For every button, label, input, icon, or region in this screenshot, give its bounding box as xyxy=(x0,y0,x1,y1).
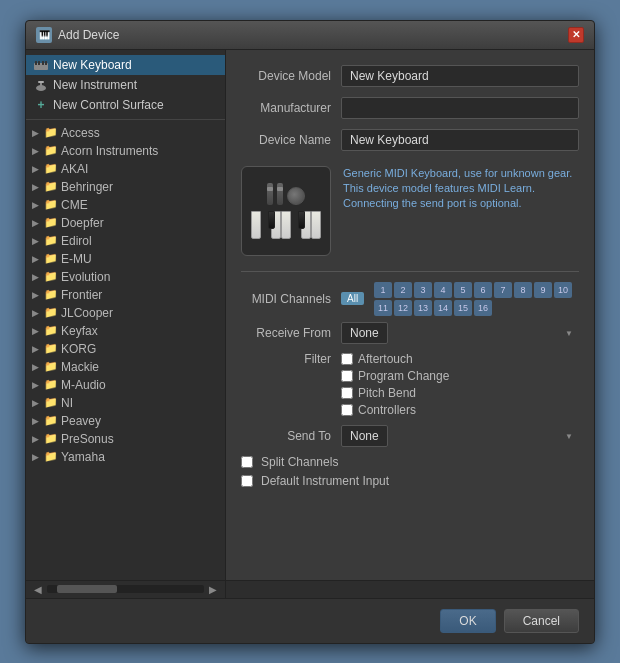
tree-item-mackie[interactable]: ▶ 📁 Mackie xyxy=(26,358,225,376)
tree-item-ni[interactable]: ▶ 📁 NI xyxy=(26,394,225,412)
midi-channels-section: MIDI Channels All 1 2 3 4 5 6 7 8 9 10 1… xyxy=(241,271,579,488)
manufacturer-row: Manufacturer xyxy=(241,97,579,119)
ch-btn-7[interactable]: 7 xyxy=(494,282,512,298)
ch-btn-14[interactable]: 14 xyxy=(434,300,452,316)
white-key xyxy=(311,211,321,239)
slider-1 xyxy=(267,183,273,205)
ch-btn-13[interactable]: 13 xyxy=(414,300,432,316)
tree-item-peavey[interactable]: ▶ 📁 Peavey xyxy=(26,412,225,430)
ch-btn-6[interactable]: 6 xyxy=(474,282,492,298)
folder-icon: 📁 xyxy=(44,396,58,409)
scroll-left-arrow[interactable]: ◀ xyxy=(31,584,45,595)
tree-item-label: Keyfax xyxy=(61,324,98,338)
dialog-footer: OK Cancel xyxy=(26,598,594,643)
folder-icon: 📁 xyxy=(44,378,58,391)
ch-btn-3[interactable]: 3 xyxy=(414,282,432,298)
tree-item-behringer[interactable]: ▶ 📁 Behringer xyxy=(26,178,225,196)
folder-icon: 📁 xyxy=(44,306,58,319)
new-control-surface-item[interactable]: + New Control Surface xyxy=(26,95,225,115)
device-preview-area: Generic MIDI Keyboard, use for unknown g… xyxy=(241,166,579,256)
ch-btn-9[interactable]: 9 xyxy=(534,282,552,298)
tree-item-label: Peavey xyxy=(61,414,101,428)
expand-arrow: ▶ xyxy=(32,146,39,156)
default-instrument-label: Default Instrument Input xyxy=(261,474,389,488)
ch-btn-16[interactable]: 16 xyxy=(474,300,492,316)
close-button[interactable]: ✕ xyxy=(568,27,584,43)
tree-item-maudio[interactable]: ▶ 📁 M-Audio xyxy=(26,376,225,394)
scroll-right-arrow[interactable]: ▶ xyxy=(206,584,220,595)
new-keyboard-item[interactable]: New Keyboard xyxy=(26,55,225,75)
ch-btn-8[interactable]: 8 xyxy=(514,282,532,298)
device-name-input[interactable] xyxy=(341,129,579,151)
manufacturer-label: Manufacturer xyxy=(241,101,331,115)
ch-btn-10[interactable]: 10 xyxy=(554,282,572,298)
tree-item-akai[interactable]: ▶ 📁 AKAI xyxy=(26,160,225,178)
ch-btn-11[interactable]: 11 xyxy=(374,300,392,316)
tree-item-label: JLCooper xyxy=(61,306,113,320)
tree-item-evolution[interactable]: ▶ 📁 Evolution xyxy=(26,268,225,286)
svg-rect-1 xyxy=(35,61,37,65)
device-model-row: Device Model xyxy=(241,65,579,87)
tree-item-label: Yamaha xyxy=(61,450,105,464)
tree-item-label: KORG xyxy=(61,342,96,356)
manufacturer-input[interactable] xyxy=(341,97,579,119)
ch-btn-1[interactable]: 1 xyxy=(374,282,392,298)
new-instrument-item[interactable]: New Instrument xyxy=(26,75,225,95)
expand-arrow: ▶ xyxy=(32,254,39,264)
filter-controllers[interactable]: Controllers xyxy=(341,403,449,417)
send-to-select[interactable]: None xyxy=(341,425,388,447)
expand-arrow: ▶ xyxy=(32,326,39,336)
tree-item-presonus[interactable]: ▶ 📁 PreSonus xyxy=(26,430,225,448)
device-model-label: Device Model xyxy=(241,69,331,83)
ch-btn-15[interactable]: 15 xyxy=(454,300,472,316)
filter-program-change[interactable]: Program Change xyxy=(341,369,449,383)
midi-channels-row: MIDI Channels All 1 2 3 4 5 6 7 8 9 10 1… xyxy=(241,282,579,316)
tree-item-doepfer[interactable]: ▶ 📁 Doepfer xyxy=(26,214,225,232)
receive-from-dropdown-wrapper: None xyxy=(341,322,579,344)
dialog-icon: 🎹 xyxy=(36,27,52,43)
filter-aftertouch[interactable]: Aftertouch xyxy=(341,352,449,366)
receive-from-select[interactable]: None xyxy=(341,322,388,344)
filter-pitch-bend[interactable]: Pitch Bend xyxy=(341,386,449,400)
ch-btn-4[interactable]: 4 xyxy=(434,282,452,298)
expand-arrow: ▶ xyxy=(32,236,39,246)
left-scroll-bar: ◀ ▶ xyxy=(26,580,594,598)
tree-item-access[interactable]: ▶ 📁 Access xyxy=(26,124,225,142)
tree-item-edirol[interactable]: ▶ 📁 Edirol xyxy=(26,232,225,250)
tree-item-emu[interactable]: ▶ 📁 E-MU xyxy=(26,250,225,268)
device-name-label: Device Name xyxy=(241,133,331,147)
split-channels-checkbox[interactable] xyxy=(241,456,253,468)
program-change-checkbox[interactable] xyxy=(341,370,353,382)
device-name-row: Device Name xyxy=(241,129,579,151)
ok-button[interactable]: OK xyxy=(440,609,495,633)
instrument-icon xyxy=(34,78,48,92)
ch-btn-5[interactable]: 5 xyxy=(454,282,472,298)
default-instrument-checkbox[interactable] xyxy=(241,475,253,487)
new-instrument-label: New Instrument xyxy=(53,78,137,92)
keyboard-icon xyxy=(34,58,48,72)
device-model-input[interactable] xyxy=(341,65,579,87)
cancel-button[interactable]: Cancel xyxy=(504,609,579,633)
keyboard-preview xyxy=(241,166,331,256)
tree-item-korg[interactable]: ▶ 📁 KORG xyxy=(26,340,225,358)
dialog-body: New Keyboard New Instrument + New Contro… xyxy=(26,50,594,580)
aftertouch-checkbox[interactable] xyxy=(341,353,353,365)
tree-item-frontier[interactable]: ▶ 📁 Frontier xyxy=(26,286,225,304)
ch-btn-12[interactable]: 12 xyxy=(394,300,412,316)
expand-arrow: ▶ xyxy=(32,218,39,228)
tree-item-acorn[interactable]: ▶ 📁 Acorn Instruments xyxy=(26,142,225,160)
tree-item-cme[interactable]: ▶ 📁 CME xyxy=(26,196,225,214)
tree-item-label: Mackie xyxy=(61,360,99,374)
tree-item-keyfax[interactable]: ▶ 📁 Keyfax xyxy=(26,322,225,340)
pitch-bend-checkbox[interactable] xyxy=(341,387,353,399)
folder-icon: 📁 xyxy=(44,144,58,157)
ch-btn-2[interactable]: 2 xyxy=(394,282,412,298)
device-description: Generic MIDI Keyboard, use for unknown g… xyxy=(343,166,579,256)
expand-arrow: ▶ xyxy=(32,200,39,210)
expand-arrow: ▶ xyxy=(32,434,39,444)
midi-channels-label: MIDI Channels xyxy=(241,292,331,306)
tree-item-jlcooper[interactable]: ▶ 📁 JLCooper xyxy=(26,304,225,322)
controllers-checkbox[interactable] xyxy=(341,404,353,416)
tree-item-yamaha[interactable]: ▶ 📁 Yamaha xyxy=(26,448,225,466)
tree-item-label: Behringer xyxy=(61,180,113,194)
